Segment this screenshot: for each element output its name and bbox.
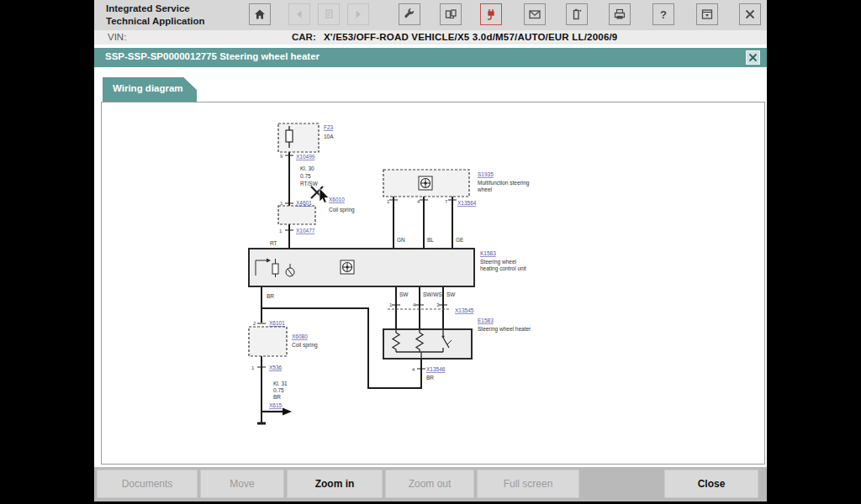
connector-link[interactable]: X13564 [457,200,477,206]
vehicle-info-bar: VIN: CAR: X'/E53/OFF-ROAD VEHICLE/X5 3.0… [94,30,767,45]
zoom-in-button[interactable]: Zoom in [287,470,383,498]
component-name: Coil spring [329,207,355,213]
wire-info: 0.75 [273,387,284,393]
wiring-diagram: F23 10A 9 X10499 Kl. 30 0.75 RT/SW 1 X46… [102,106,764,462]
app-title: Integrated Service Technical Application [106,3,205,28]
connector-link[interactable]: X13545 [455,307,474,313]
tab-wiring-diagram[interactable]: Wiring diagram [103,77,197,102]
wire-color: GN [397,237,405,243]
restore-button[interactable] [696,3,718,25]
wire-color: SW [446,291,456,297]
component-name: wheel [477,186,493,192]
wire-info: 0.75 [300,173,311,179]
home-button[interactable] [249,3,271,25]
printer-icon [613,8,626,21]
fuse-link[interactable]: F23 [324,124,334,130]
wire-info: Kl. 31 [273,381,288,386]
lower-coil-spring-box [249,327,287,356]
document-title: SSP-SSP-SP0000012775 Steering wheel heat… [105,51,320,61]
mail-button[interactable] [524,3,546,25]
home-icon [253,8,267,21]
wire-color: BR [267,293,274,299]
component-name: Coil spring [292,342,318,349]
connector-link[interactable]: X6101 [269,320,285,326]
documents-button: Documents [97,470,198,498]
document-title-bar: SSP-SSP-SP0000012775 Steering wheel heat… [94,48,767,67]
connector-link[interactable]: X10477 [296,228,315,234]
pin-number: 4 [412,367,415,372]
envelope-icon [528,8,541,21]
vin-label: VIN: [108,32,126,42]
component-name: Steering wheel [480,259,517,265]
wire-info: BR [273,394,281,400]
ground-link[interactable]: X615 [269,402,283,408]
pin-number: 1 [280,201,283,206]
toolbar: Integrated Service Technical Application [94,0,767,30]
wire-color: RT [270,240,277,246]
pin-number: 1 [251,365,255,370]
battery-icon [570,8,584,21]
wrench-icon [403,8,416,21]
close-icon [748,53,758,62]
mouse-cursor-icon [320,188,329,203]
component-name: Multifunction steering [478,180,530,186]
wire-color: BR [426,375,434,381]
connection-button[interactable] [480,3,502,25]
wire-color: SW/WS [423,291,442,297]
devices-button[interactable] [440,3,462,25]
connector-link[interactable]: X13546 [426,366,446,372]
wiring-diagram-panel[interactable]: F23 10A 9 X10499 Kl. 30 0.75 RT/SW 1 X46… [101,102,765,465]
component-link[interactable]: K1583 [480,250,496,256]
fuse-rating: 10A [324,134,334,139]
footer-bar: Documents Move Zoom in Zoom out Full scr… [94,467,767,501]
wire-info: Kl. 30 [300,165,314,171]
steering-wheel-icon [341,260,354,274]
battery-button[interactable] [566,3,588,25]
back-arrow-icon [293,8,306,21]
app-title-line2: Technical Application [106,15,205,28]
page-icon [322,8,335,21]
tools-button[interactable] [399,3,420,25]
component-name: Steering wheel heater [478,326,531,333]
close-app-button[interactable] [739,3,761,25]
help-button[interactable]: ? [652,3,674,25]
ground-arrow-icon [257,408,292,424]
pin-number: 7 [445,199,448,204]
zoom-out-button: Zoom out [385,470,474,498]
pin-number: 1 [279,228,283,234]
component-link[interactable]: E1583 [478,318,494,323]
close-icon [743,8,757,21]
devices-icon [444,8,457,21]
car-value: X'/E53/OFF-ROAD VEHICLE/X5 3.0d/M57/AUTO… [324,32,617,42]
window-restore-icon [700,8,714,21]
wire-color: BL [427,237,434,243]
help-icon: ? [657,8,670,21]
wire-info: RT/SW [300,181,319,186]
forward-button [347,3,369,25]
print-button[interactable] [609,3,631,25]
component-link[interactable]: S1935 [478,171,494,177]
component-name: heating control unit [480,265,526,272]
wire-color: SW [399,291,409,297]
full-screen-button: Full screen [477,470,579,498]
close-button[interactable]: Close [664,470,758,498]
fuse-box [278,123,319,152]
connector-link[interactable]: X536 [269,365,283,370]
pin-number: 2 [253,321,256,326]
app-window: Integrated Service Technical Application [94,0,767,501]
connector-link[interactable]: X4601 [296,200,312,206]
close-document-button[interactable] [746,50,760,65]
connector-link[interactable]: X10499 [296,154,315,160]
connector-link[interactable]: X6080 [292,333,308,339]
steering-wheel-icon [419,176,432,190]
car-label: CAR: [292,32,316,42]
plug-icon [484,8,498,21]
forward-arrow-icon [351,8,365,21]
back-button [288,3,310,25]
wire-color: GE [456,237,464,243]
heater-box [383,329,472,359]
connector-link[interactable]: X6010 [329,197,345,202]
upper-coil-spring-box [278,206,315,224]
app-title-line1: Integrated Service [106,3,205,15]
pin-number: 9 [280,154,283,159]
